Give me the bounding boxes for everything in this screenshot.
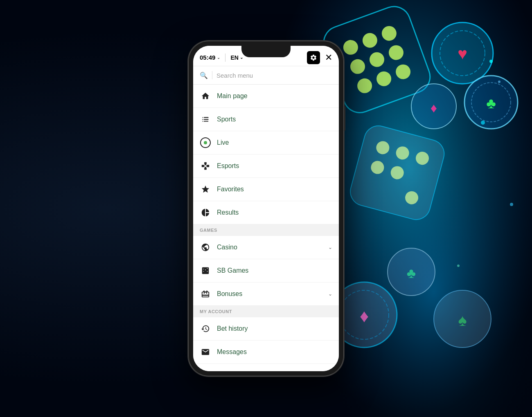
svg-text:♦: ♦ — [431, 101, 437, 115]
language-selector[interactable]: EN ⌄ — [230, 54, 243, 61]
bet-history-label: Bet history — [217, 325, 332, 332]
svg-text:♥: ♥ — [458, 45, 467, 63]
sports-label: Sports — [217, 116, 332, 123]
home-icon — [200, 90, 211, 102]
phone-screen: 05:49 ⌄ EN ⌄ ✕ — [193, 46, 339, 371]
close-button[interactable]: ✕ — [325, 53, 332, 62]
download-icon — [200, 370, 211, 371]
menu-item-bet-history[interactable]: Bet history — [193, 317, 339, 341]
svg-point-35 — [498, 81, 500, 83]
main-page-label: Main page — [217, 92, 332, 100]
results-label: Results — [217, 209, 332, 216]
globe-icon — [200, 242, 211, 253]
games-section-header: GAMES — [193, 224, 339, 236]
status-time: 05:49 — [200, 54, 215, 61]
history-icon — [200, 323, 211, 334]
search-placeholder: Search menu — [216, 72, 332, 79]
bonuses-arrow-icon: ⌄ — [328, 291, 332, 297]
menu-content: 🔍 Search menu Main page — [193, 66, 339, 371]
phone-wrapper: 05:49 ⌄ EN ⌄ ✕ — [188, 41, 344, 376]
bonuses-label: Bonuses — [217, 290, 322, 298]
casino-arrow-icon: ⌄ — [328, 244, 332, 250]
lang-chevron-icon: ⌄ — [240, 55, 243, 60]
svg-point-39 — [457, 265, 460, 267]
live-icon — [200, 137, 211, 148]
svg-point-37 — [510, 203, 513, 206]
phone-frame: 05:49 ⌄ EN ⌄ ✕ — [188, 41, 344, 376]
settings-button[interactable] — [307, 51, 320, 64]
search-divider — [212, 71, 212, 79]
esports-label: Esports — [217, 162, 332, 170]
svg-rect-40 — [204, 117, 208, 118]
star-icon — [200, 184, 211, 195]
dice-icon — [200, 265, 211, 276]
menu-item-esports[interactable]: Esports — [193, 155, 339, 178]
account-section-header: MY ACCOUNT — [193, 306, 339, 317]
notch — [241, 46, 291, 57]
envelope-icon — [200, 346, 211, 358]
casino-label: Casino — [217, 244, 322, 251]
gamepad-icon — [200, 160, 211, 172]
search-icon: 🔍 — [200, 72, 208, 79]
menu-item-live[interactable]: Live — [193, 131, 339, 155]
svg-point-34 — [489, 60, 493, 63]
sports-icon — [200, 114, 211, 125]
svg-rect-42 — [204, 121, 208, 122]
menu-item-casino[interactable]: Casino ⌄ — [193, 236, 339, 259]
status-left: 05:49 ⌄ EN ⌄ — [200, 54, 243, 62]
menu-item-results[interactable]: Results — [193, 201, 339, 224]
search-bar[interactable]: 🔍 Search menu — [193, 66, 339, 85]
status-divider — [225, 54, 225, 62]
gear-icon — [310, 54, 317, 61]
sb-games-label: SB Games — [217, 267, 332, 274]
svg-point-36 — [481, 121, 485, 125]
menu-item-main-page[interactable]: Main page — [193, 85, 339, 108]
gift-icon — [200, 288, 211, 300]
svg-text:♠: ♠ — [458, 311, 467, 329]
menu-item-favorites[interactable]: Favorites — [193, 178, 339, 201]
svg-text:♣: ♣ — [407, 265, 416, 281]
time-chevron-icon[interactable]: ⌄ — [217, 55, 220, 60]
menu-item-bonuses[interactable]: Bonuses ⌄ — [193, 282, 339, 306]
favorites-label: Favorites — [217, 186, 332, 193]
menu-item-sports[interactable]: Sports — [193, 108, 339, 131]
menu-item-make-deposit[interactable]: Make a deposit — [193, 364, 339, 371]
svg-text:♣: ♣ — [486, 95, 496, 112]
status-right: ✕ — [307, 51, 332, 64]
menu-item-messages[interactable]: Messages — [193, 341, 339, 364]
messages-label: Messages — [217, 348, 332, 356]
svg-text:♦: ♦ — [360, 306, 369, 326]
svg-rect-41 — [204, 119, 208, 120]
live-label: Live — [217, 139, 332, 146]
menu-item-sb-games[interactable]: SB Games — [193, 259, 339, 282]
pie-icon — [200, 207, 211, 218]
